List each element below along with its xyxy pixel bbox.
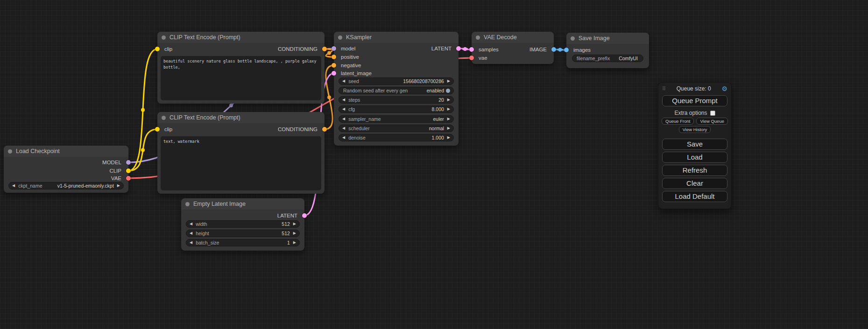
input-slot-clip[interactable]: clip (157, 126, 172, 133)
output-slot-model[interactable]: MODEL (102, 159, 128, 166)
latent-input-dot[interactable] (332, 71, 336, 76)
denoise-widget[interactable]: ◀ denoise 1.000 ▶ (339, 134, 454, 141)
random-seed-toggle-widget[interactable]: Random seed after every gen enabled (339, 87, 454, 94)
output-slot-conditioning[interactable]: CONDITIONING (278, 126, 325, 133)
output-slot-image[interactable]: IMAGE (529, 46, 554, 53)
positive-prompt-textarea[interactable]: beautiful scenery nature glass bottle la… (161, 56, 321, 100)
decrement-arrow-icon[interactable]: ◀ (342, 115, 345, 123)
model-output-dot[interactable] (126, 160, 131, 165)
input-slot-samples[interactable]: samples (472, 46, 499, 53)
height-widget[interactable]: ◀ height 512 ▶ (186, 230, 300, 237)
decrement-arrow-icon[interactable]: ◀ (190, 230, 192, 237)
decrement-arrow-icon[interactable]: ◀ (190, 220, 192, 228)
settings-gear-icon[interactable]: ⚙ (721, 85, 727, 92)
output-slot-clip[interactable]: CLIP (109, 168, 128, 174)
input-slot-images[interactable]: images (566, 47, 591, 53)
increment-arrow-icon[interactable]: ▶ (447, 115, 450, 123)
steps-widget[interactable]: ◀ steps 20 ▶ (339, 96, 454, 104)
decrement-arrow-icon[interactable]: ◀ (342, 125, 345, 132)
save-button[interactable]: Save (662, 139, 727, 150)
vae-output-dot[interactable] (126, 176, 131, 181)
conditioning-input-dot[interactable] (332, 55, 336, 59)
scheduler-widget[interactable]: ◀ scheduler normal ▶ (339, 125, 454, 132)
cfg-widget[interactable]: ◀ cfg 8.000 ▶ (339, 105, 454, 113)
node-title-bar[interactable]: KSampler (334, 32, 459, 43)
node-title-bar[interactable]: Save Image (566, 33, 649, 44)
model-input-dot[interactable] (332, 46, 336, 51)
clip-input-dot[interactable] (155, 47, 160, 51)
image-output-dot[interactable] (551, 47, 556, 52)
conditioning-input-dot[interactable] (332, 63, 336, 68)
queue-prompt-button[interactable]: Queue Prompt (662, 95, 727, 106)
increment-arrow-icon[interactable]: ▶ (293, 220, 296, 228)
collapse-dot-icon[interactable] (185, 202, 190, 206)
input-slot-vae[interactable]: vae (472, 55, 487, 61)
view-history-button[interactable]: View History (679, 126, 711, 133)
collapse-dot-icon[interactable] (338, 35, 342, 40)
input-slot-model[interactable]: model (334, 45, 355, 52)
collapse-dot-icon[interactable] (162, 35, 166, 40)
drag-handle-icon[interactable]: ⠿ (662, 86, 666, 92)
collapse-dot-icon[interactable] (476, 35, 480, 40)
increment-arrow-icon[interactable]: ▶ (117, 182, 120, 189)
increment-arrow-icon[interactable]: ▶ (447, 96, 450, 104)
decrement-arrow-icon[interactable]: ◀ (342, 105, 345, 113)
queue-front-button[interactable]: Queue Front (662, 118, 694, 125)
node-save-image[interactable]: Save Image images filename_prefix ComfyU… (566, 33, 649, 68)
decrement-arrow-icon[interactable]: ◀ (342, 96, 345, 104)
clear-button[interactable]: Clear (662, 178, 727, 189)
output-slot-latent[interactable]: LATENT (277, 212, 304, 219)
node-title-bar[interactable]: CLIP Text Encode (Prompt) (157, 32, 325, 43)
ckpt-name-widget[interactable]: ◀ ckpt_name v1-5-pruned-emaonly.ckpt ▶ (8, 182, 124, 189)
output-slot-vae[interactable]: VAE (111, 175, 128, 182)
node-title-bar[interactable]: Load Checkpoint (4, 146, 128, 157)
node-title-bar[interactable]: Empty Latent Image (181, 198, 304, 210)
node-ksampler[interactable]: KSampler model positive negative latent_… (334, 32, 459, 146)
latent-input-dot[interactable] (469, 47, 474, 52)
latent-output-dot[interactable] (302, 213, 307, 218)
clip-output-dot[interactable] (126, 168, 131, 173)
increment-arrow-icon[interactable]: ▶ (447, 77, 450, 85)
conditioning-output-dot[interactable] (322, 127, 327, 132)
conditioning-output-dot[interactable] (322, 47, 327, 51)
node-clip-text-encode-negative[interactable]: CLIP Text Encode (Prompt) clip CONDITION… (157, 112, 325, 194)
collapse-dot-icon[interactable] (571, 36, 575, 41)
decrement-arrow-icon[interactable]: ◀ (342, 77, 345, 85)
node-graph-canvas[interactable]: Load Checkpoint MODEL CLIP VAE ◀ ckpt_na… (0, 0, 868, 329)
input-slot-positive[interactable]: positive (334, 54, 359, 60)
decrement-arrow-icon[interactable]: ◀ (12, 182, 15, 189)
width-widget[interactable]: ◀ width 512 ▶ (186, 220, 300, 228)
node-empty-latent-image[interactable]: Empty Latent Image LATENT ◀ width 512 ▶ … (181, 198, 304, 251)
load-button[interactable]: Load (662, 152, 727, 163)
negative-prompt-textarea[interactable]: text, watermark (161, 136, 321, 190)
output-slot-conditioning[interactable]: CONDITIONING (278, 46, 325, 52)
increment-arrow-icon[interactable]: ▶ (293, 239, 296, 246)
extra-options-checkbox[interactable] (710, 111, 715, 116)
batch-size-widget[interactable]: ◀ batch_size 1 ▶ (186, 239, 300, 246)
increment-arrow-icon[interactable]: ▶ (447, 125, 450, 132)
sampler-name-widget[interactable]: ◀ sampler_name euler ▶ (339, 115, 454, 123)
clip-input-dot[interactable] (155, 127, 160, 132)
filename-prefix-widget[interactable]: filename_prefix ComfyUI (572, 55, 643, 62)
decrement-arrow-icon[interactable]: ◀ (342, 134, 345, 141)
node-vae-decode[interactable]: VAE Decode samples vae IMAGE (472, 32, 554, 64)
input-slot-negative[interactable]: negative (334, 62, 361, 69)
node-title-bar[interactable]: VAE Decode (472, 32, 554, 43)
node-title-bar[interactable]: CLIP Text Encode (Prompt) (157, 112, 325, 123)
input-slot-latent-image[interactable]: latent_image (334, 70, 372, 77)
image-input-dot[interactable] (564, 48, 569, 52)
vae-input-dot[interactable] (469, 56, 474, 60)
increment-arrow-icon[interactable]: ▶ (293, 230, 296, 237)
view-queue-button[interactable]: View Queue (696, 118, 728, 125)
node-clip-text-encode-positive[interactable]: CLIP Text Encode (Prompt) clip CONDITION… (157, 32, 325, 104)
increment-arrow-icon[interactable]: ▶ (447, 105, 450, 113)
decrement-arrow-icon[interactable]: ◀ (190, 239, 192, 246)
output-slot-latent[interactable]: LATENT (431, 45, 459, 52)
input-slot-clip[interactable]: clip (157, 46, 172, 52)
increment-arrow-icon[interactable]: ▶ (447, 134, 450, 141)
collapse-dot-icon[interactable] (162, 116, 166, 120)
node-load-checkpoint[interactable]: Load Checkpoint MODEL CLIP VAE ◀ ckpt_na… (4, 146, 128, 193)
seed-widget[interactable]: ◀ seed 156680208700286 ▶ (339, 77, 454, 85)
latent-output-dot[interactable] (456, 46, 461, 51)
toggle-indicator-dot[interactable] (446, 89, 450, 93)
